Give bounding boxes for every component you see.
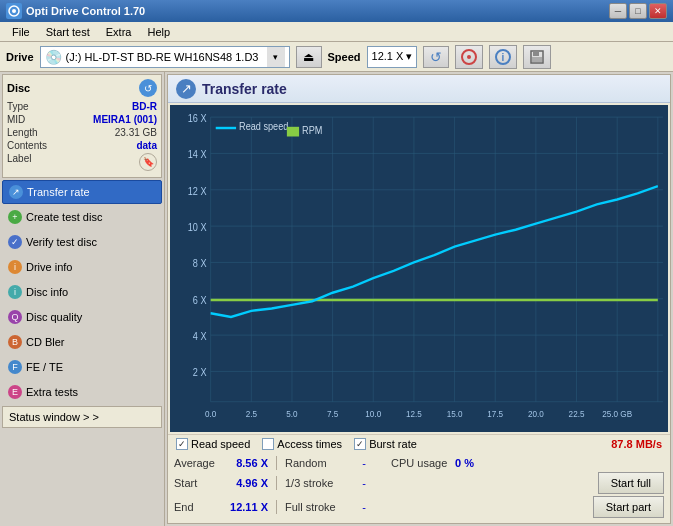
- nav-item-disc-info[interactable]: i Disc info: [2, 280, 162, 304]
- toolbar-btn-3[interactable]: [523, 45, 551, 69]
- drive-bar: Drive 💿 (J:) HL-DT-ST BD-RE WH16NS48 1.D…: [0, 42, 673, 72]
- nav-label-extra-tests: Extra tests: [26, 386, 78, 398]
- svg-rect-50: [216, 127, 236, 129]
- disc-refresh-icon[interactable]: ↺: [139, 79, 157, 97]
- disc-panel-header: Disc ↺: [7, 79, 157, 97]
- access-times-check[interactable]: [262, 438, 274, 450]
- end-val: 12.11 X: [223, 501, 268, 513]
- burst-rate-checkbox[interactable]: ✓ Burst rate: [354, 438, 417, 450]
- drive-name: (J:) HL-DT-ST BD-RE WH16NS48 1.D3: [66, 51, 263, 63]
- refresh-button[interactable]: ↺: [423, 46, 449, 68]
- drive-selector[interactable]: 💿 (J:) HL-DT-ST BD-RE WH16NS48 1.D3 ▾: [40, 46, 290, 68]
- nav-menu: ↗ Transfer rate + Create test disc ✓ Ver…: [2, 180, 162, 404]
- maximize-button[interactable]: □: [629, 3, 647, 19]
- nav-item-extra-tests[interactable]: E Extra tests: [2, 380, 162, 404]
- nav-item-fe-te[interactable]: F FE / TE: [2, 355, 162, 379]
- svg-text:7.5: 7.5: [327, 409, 338, 420]
- read-speed-checkbox[interactable]: ✓ Read speed: [176, 438, 250, 450]
- average-label: Average: [174, 457, 219, 469]
- chart-panel: ↗ Transfer rate: [167, 74, 671, 524]
- nav-icon-create-test-disc: +: [8, 210, 22, 224]
- menu-item-start-test[interactable]: Start test: [38, 24, 98, 40]
- nav-item-drive-info[interactable]: i Drive info: [2, 255, 162, 279]
- svg-text:RPM: RPM: [302, 124, 322, 136]
- status-window-button[interactable]: Status window > >: [2, 406, 162, 428]
- onethird-val: -: [349, 477, 379, 489]
- menu-item-help[interactable]: Help: [139, 24, 178, 40]
- svg-text:22.5: 22.5: [569, 409, 585, 420]
- nav-icon-verify-test-disc: ✓: [8, 235, 22, 249]
- menu-bar: FileStart testExtraHelp: [0, 22, 673, 42]
- svg-rect-7: [533, 51, 539, 56]
- svg-rect-52: [287, 127, 299, 137]
- close-button[interactable]: ✕: [649, 3, 667, 19]
- nav-icon-cd-bler: B: [8, 335, 22, 349]
- end-label: End: [174, 501, 219, 513]
- svg-text:25.0 GB: 25.0 GB: [602, 409, 632, 420]
- svg-text:Read speed: Read speed: [239, 121, 288, 133]
- disc-type-row: Type BD-R: [7, 101, 157, 112]
- read-speed-check[interactable]: ✓: [176, 438, 188, 450]
- cpu-val: 0 %: [455, 457, 474, 469]
- divider3: [276, 500, 277, 514]
- svg-point-3: [467, 55, 471, 59]
- svg-text:2 X: 2 X: [193, 367, 207, 379]
- nav-icon-transfer-rate: ↗: [9, 185, 23, 199]
- nav-label-disc-quality: Disc quality: [26, 311, 82, 323]
- burst-rate-label: Burst rate: [369, 438, 417, 450]
- window-title: Opti Drive Control 1.70: [26, 5, 609, 17]
- nav-label-transfer-rate: Transfer rate: [27, 186, 90, 198]
- nav-icon-drive-info: i: [8, 260, 22, 274]
- svg-text:6 X: 6 X: [193, 294, 207, 306]
- toolbar-btn-2[interactable]: i: [489, 45, 517, 69]
- svg-text:i: i: [502, 52, 505, 63]
- minimize-button[interactable]: ─: [609, 3, 627, 19]
- nav-icon-fe-te: F: [8, 360, 22, 374]
- nav-item-transfer-rate[interactable]: ↗ Transfer rate: [2, 180, 162, 204]
- disc-label-icon[interactable]: 🔖: [139, 153, 157, 171]
- disc-contents-row: Contents data: [7, 140, 157, 151]
- disc-mid-row: MID MEIRA1 (001): [7, 114, 157, 125]
- svg-text:10 X: 10 X: [188, 221, 207, 233]
- svg-rect-9: [170, 105, 668, 432]
- nav-item-create-test-disc[interactable]: + Create test disc: [2, 205, 162, 229]
- svg-text:12.5: 12.5: [406, 409, 422, 420]
- title-bar: Opti Drive Control 1.70 ─ □ ✕: [0, 0, 673, 22]
- nav-icon-disc-info: i: [8, 285, 22, 299]
- nav-label-cd-bler: CD Bler: [26, 336, 65, 348]
- eject-button[interactable]: ⏏: [296, 46, 322, 68]
- info-icon: i: [495, 49, 511, 65]
- speed-selector[interactable]: 12.1 X ▾: [367, 46, 418, 68]
- drive-icon: 💿: [45, 49, 62, 65]
- chart-title: Transfer rate: [202, 81, 287, 97]
- nav-label-create-test-disc: Create test disc: [26, 211, 102, 223]
- svg-text:20.0: 20.0: [528, 409, 544, 420]
- disc-length-row: Length 23.31 GB: [7, 127, 157, 138]
- chart-area: 16 X 14 X 12 X 10 X 8 X 6 X 4 X 2 X 0.0 …: [170, 105, 668, 432]
- svg-text:4 X: 4 X: [193, 330, 207, 342]
- drive-dropdown-button[interactable]: ▾: [267, 47, 285, 67]
- stats-area: Average 8.56 X Random - CPU usage 0 % St…: [168, 453, 670, 523]
- access-times-checkbox[interactable]: Access times: [262, 438, 342, 450]
- menu-item-extra[interactable]: Extra: [98, 24, 140, 40]
- eject-icon: ⏏: [303, 50, 314, 64]
- menu-item-file[interactable]: File: [4, 24, 38, 40]
- status-window-label: Status window > >: [9, 411, 99, 423]
- nav-label-disc-info: Disc info: [26, 286, 68, 298]
- nav-label-verify-test-disc: Verify test disc: [26, 236, 97, 248]
- nav-icon-extra-tests: E: [8, 385, 22, 399]
- nav-item-verify-test-disc[interactable]: ✓ Verify test disc: [2, 230, 162, 254]
- divider1: [276, 456, 277, 470]
- svg-text:16 X: 16 X: [188, 112, 207, 124]
- start-part-button[interactable]: Start part: [593, 496, 664, 518]
- nav-item-disc-quality[interactable]: Q Disc quality: [2, 305, 162, 329]
- nav-item-cd-bler[interactable]: B CD Bler: [2, 330, 162, 354]
- svg-text:14 X: 14 X: [188, 149, 207, 161]
- toolbar-btn-1[interactable]: [455, 45, 483, 69]
- svg-text:5.0: 5.0: [286, 409, 297, 420]
- burst-rate-check[interactable]: ✓: [354, 438, 366, 450]
- sidebar: Disc ↺ Type BD-R MID MEIRA1 (001) Length…: [0, 72, 165, 526]
- disc-panel: Disc ↺ Type BD-R MID MEIRA1 (001) Length…: [2, 74, 162, 178]
- start-full-button[interactable]: Start full: [598, 472, 664, 494]
- stats-row-average: Average 8.56 X Random - CPU usage 0 %: [174, 456, 664, 470]
